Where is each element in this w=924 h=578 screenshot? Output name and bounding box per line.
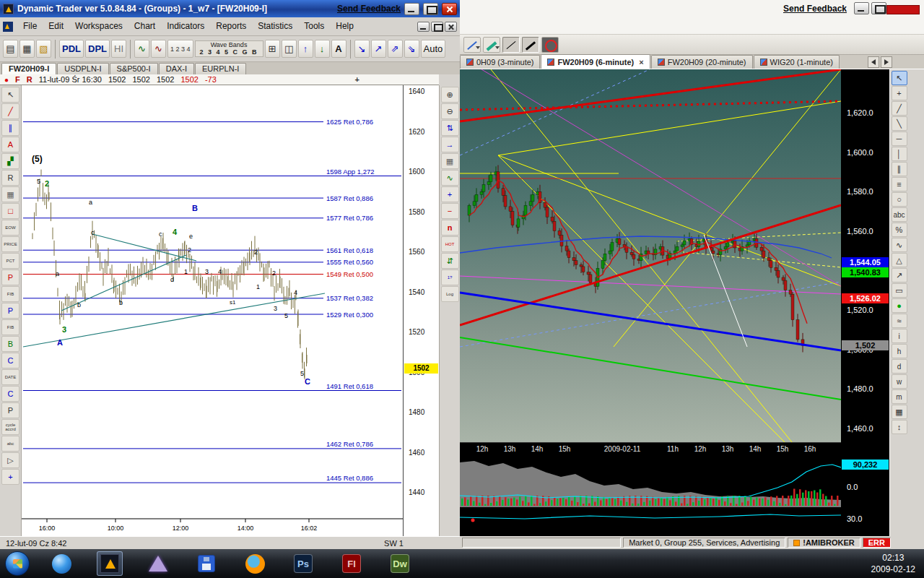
tab-scroll-right-icon[interactable]	[881, 56, 892, 68]
dt-tab-s-p500-i[interactable]: S&P500-I	[110, 63, 158, 74]
dt-chart-tool-tool-0[interactable]: ⊕	[441, 87, 459, 103]
ab-tool-w-20[interactable]: w	[892, 374, 907, 389]
menu-help[interactable]: Help	[330, 17, 359, 35]
menu-file[interactable]: File	[17, 17, 43, 35]
dt-chart-tool-tool-5[interactable]: ∿	[441, 170, 459, 186]
ab-maximize-button[interactable]	[871, 2, 886, 14]
dt-chart-menu-icon[interactable]	[3, 22, 13, 32]
dt-tool-r-5[interactable]: R	[1, 170, 19, 186]
dt-chart-tool-1-11[interactable]: 1?	[441, 269, 459, 285]
ab-tool-m-21[interactable]: m	[892, 389, 907, 404]
network-globe-icon[interactable]	[48, 551, 74, 576]
ab-send-feedback-link[interactable]: Send Feedback	[783, 4, 847, 14]
ab-tool-icon-6[interactable]: ∥	[892, 162, 907, 176]
dt-chart-tool-tool-10[interactable]: ⇵	[441, 253, 459, 269]
dt-titlebar[interactable]: Dynamic Trader ver 5.0.84.84 - (Groups) …	[0, 0, 460, 17]
wave-bands-numbers[interactable]: 2 3 4 5 C G B	[200, 49, 258, 56]
ab-tool-icon-22[interactable]: ▦	[892, 405, 907, 419]
dt-tab-usdpln-i[interactable]: USDPLN-I	[57, 63, 108, 74]
dt-chart-tool-hot-9[interactable]: HOT	[441, 236, 459, 252]
ab-tool-icon-2[interactable]: ╱	[892, 101, 907, 116]
ab-time-axis[interactable]: 12h13h14h15h2009-02-1111h12h13h14h15h16h	[460, 442, 841, 455]
ab-tool-icon-16[interactable]: ≈	[892, 314, 907, 328]
dreamweaver-icon[interactable]: Dw	[387, 551, 413, 576]
ab-tool-i-17[interactable]: i	[892, 329, 907, 343]
dt-tool-a-3[interactable]: A	[1, 137, 19, 152]
ab-tool-icon-23[interactable]: ↕	[892, 420, 907, 434]
a-button[interactable]: A	[331, 40, 346, 58]
ab-minimize-button[interactable]	[854, 2, 869, 14]
dt-tool-tool-0[interactable]: ↖	[1, 87, 19, 103]
grid-layout-icon[interactable]: ⊞	[265, 40, 280, 58]
dt-tab-fw20h09-i[interactable]: FW20H09-I	[1, 63, 56, 74]
ab-tool-icon-11[interactable]: ∿	[892, 238, 907, 252]
ab-tool-icon-13[interactable]: ↗	[892, 268, 907, 282]
draw-marker-icon[interactable]	[483, 37, 500, 53]
tab-close-icon[interactable]: ×	[639, 59, 643, 66]
ab-tool-icon-5[interactable]: │	[892, 147, 907, 161]
draw-pencil-icon[interactable]	[463, 37, 481, 53]
dt-tool-c-16[interactable]: C	[1, 353, 19, 368]
ab-tool-icon-10[interactable]: %	[892, 223, 907, 237]
ab-tool-icon-7[interactable]: ≡	[892, 177, 907, 191]
dt-price-axis[interactable]: 1640162016001580156015401520150014801460…	[403, 85, 439, 536]
dt-chart-tool-tool-4[interactable]: ▦	[441, 153, 459, 169]
dt-tool-date-17[interactable]: DATE	[1, 369, 19, 385]
dt-tool-tool-23[interactable]: +	[1, 469, 19, 485]
ab-tool-icon-3[interactable]: ╲	[892, 116, 907, 131]
ab-chart-plot[interactable]	[460, 69, 841, 442]
ab-tool-icon-15[interactable]: ●	[892, 298, 907, 313]
ab-tool-icon-1[interactable]: +	[892, 86, 907, 100]
prism-app-icon[interactable]	[145, 551, 171, 576]
dt-chart-plot[interactable]: 1625 Ret 0,7861598 App 1,2721587 Ret 0,8…	[22, 85, 403, 536]
trend-up-icon[interactable]: ↗	[371, 40, 386, 58]
ab-tool-h-18[interactable]: h	[892, 344, 907, 358]
wave-down-icon[interactable]: ∿	[151, 40, 166, 58]
start-button[interactable]	[5, 551, 30, 576]
line-thick-icon[interactable]	[522, 37, 539, 53]
dt-chart-tool-tool-7[interactable]: −	[441, 203, 459, 219]
tab-scroll-left-icon[interactable]	[868, 56, 879, 68]
ab-tab-wig20-1-minute[interactable]: WIG20 (1-minute)	[754, 55, 840, 69]
ab-tab-fw20h09-6-minute[interactable]: FW20H09 (6-minute)×	[541, 54, 650, 69]
dt-minimize-button[interactable]	[404, 3, 419, 15]
dt-tool-tool-4[interactable]: ▞	[1, 153, 19, 169]
lasso-icon[interactable]	[541, 37, 559, 53]
quote-r-button[interactable]: R	[27, 75, 32, 84]
firefox-icon[interactable]	[242, 551, 268, 576]
data-grid-icon[interactable]: ▦	[19, 40, 35, 58]
dt-tool-tool-7[interactable]: □	[1, 203, 19, 219]
menu-edit[interactable]: Edit	[43, 17, 69, 35]
open-folder-icon[interactable]: ▧	[36, 40, 51, 58]
dynamic-trader-icon[interactable]	[97, 551, 123, 576]
new-chart-icon[interactable]: ▤	[3, 40, 18, 58]
dt-tool-c-18[interactable]: C	[1, 386, 19, 402]
dt-tool-pct-10[interactable]: PCT	[1, 253, 19, 269]
columns-layout-icon[interactable]: ◫	[282, 40, 297, 58]
dt-chart-tool-tool-6[interactable]: +	[441, 186, 459, 202]
dt-tab-eurpln-i[interactable]: EURPLN-I	[195, 63, 246, 74]
wave-bands-panel[interactable]: Wave Bands2 3 4 5 C G B	[195, 40, 263, 58]
ab-tool-icon-14[interactable]: ▭	[892, 283, 907, 298]
ab-tool-icon-8[interactable]: ○	[892, 192, 907, 207]
line-thin-icon[interactable]	[502, 37, 520, 53]
wave-up-icon[interactable]: ∿	[134, 40, 149, 58]
dt-tool-tool-2[interactable]: ∥	[1, 120, 19, 136]
dt-tool-fib-12[interactable]: FIB	[1, 286, 19, 302]
ab-tool-icon-4[interactable]: ─	[892, 131, 907, 146]
dt-tool-tool-22[interactable]: ▷	[1, 452, 19, 468]
dt-maximize-button[interactable]	[423, 3, 438, 15]
mdi-restore-button[interactable]	[431, 22, 443, 32]
dt-tool-p-11[interactable]: P	[1, 269, 19, 285]
dt-tool-tool-1[interactable]: ╱	[1, 103, 19, 119]
ab-price-axis[interactable]: 1,620.01,600.01,580.01,560.01,520.01,500…	[841, 69, 889, 536]
dt-tool-b-15[interactable]: B	[1, 336, 19, 352]
menu-chart[interactable]: Chart	[128, 17, 161, 35]
green-down-arrow-icon[interactable]: ↓	[315, 40, 330, 58]
ab-volume-pane[interactable]	[460, 455, 841, 507]
auto-label[interactable]: Auto	[421, 40, 446, 58]
ab-tool-abc-9[interactable]: abc	[892, 207, 907, 222]
ab-tool-icon-12[interactable]: △	[892, 253, 907, 267]
ab-indicator-pane[interactable]	[460, 507, 841, 536]
ab-tab-fw20h09-20-minute[interactable]: FW20H09 (20-minute)	[651, 55, 753, 69]
